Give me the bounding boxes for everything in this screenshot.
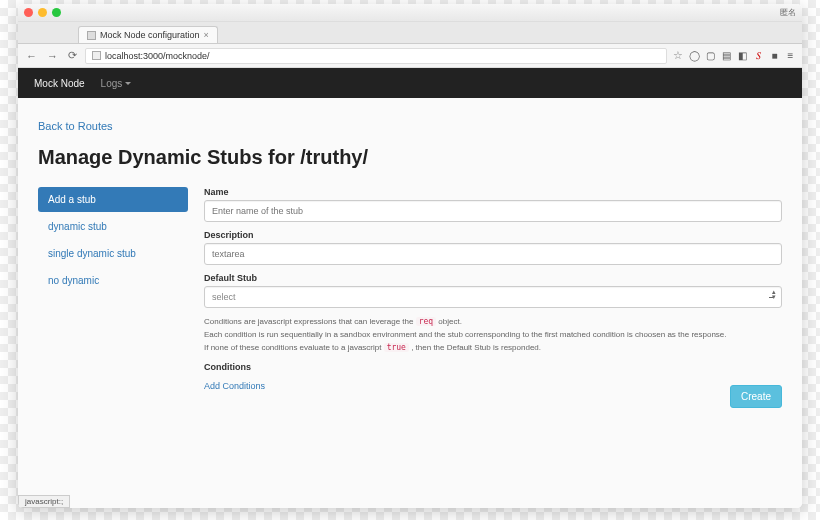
- sidebar-item-add-stub[interactable]: Add a stub: [38, 187, 188, 212]
- nav-logs-dropdown[interactable]: Logs: [101, 78, 132, 89]
- default-stub-label: Default Stub: [204, 273, 782, 283]
- default-stub-select[interactable]: select ▴▾: [204, 286, 782, 308]
- bookmark-star-icon[interactable]: ☆: [673, 49, 683, 62]
- reload-icon[interactable]: ⟳: [66, 49, 79, 62]
- extension-icons: ◯ ▢ ▤ ◧ 𝑆 ■ ≡: [689, 50, 796, 61]
- window-titlebar: 匿名: [18, 4, 802, 22]
- name-label: Name: [204, 187, 782, 197]
- code-true: true: [384, 343, 409, 352]
- select-arrows-icon: ▴▾: [772, 289, 776, 299]
- url-text: localhost:3000/mocknode/: [105, 51, 210, 61]
- create-button[interactable]: Create: [730, 385, 782, 408]
- help-text: Conditions are javascript expressions th…: [204, 316, 782, 354]
- brand-label[interactable]: Mock Node: [34, 78, 85, 89]
- browser-window: 匿名 Mock Node configuration × ← → ⟳ local…: [18, 4, 802, 508]
- description-input[interactable]: [204, 243, 782, 265]
- back-to-routes-link[interactable]: Back to Routes: [38, 120, 113, 132]
- close-tab-icon[interactable]: ×: [204, 30, 209, 40]
- form-panel: Name Description Default Stub select ▴▾ …: [204, 187, 782, 408]
- description-label: Description: [204, 230, 782, 240]
- back-icon[interactable]: ←: [24, 50, 39, 62]
- forward-icon[interactable]: →: [45, 50, 60, 62]
- tab-strip: Mock Node configuration ×: [18, 22, 802, 44]
- app-navbar: Mock Node Logs: [18, 68, 802, 98]
- page-content: Mock Node Logs Back to Routes Manage Dyn…: [18, 68, 802, 508]
- nav-logs-label: Logs: [101, 78, 123, 89]
- sidebar-item-single-dynamic[interactable]: single dynamic stub: [38, 241, 188, 266]
- maximize-window-button[interactable]: [52, 8, 61, 17]
- close-window-button[interactable]: [24, 8, 33, 17]
- sidebar: Add a stub dynamic stub single dynamic s…: [38, 187, 188, 408]
- site-info-icon[interactable]: [92, 51, 101, 60]
- address-bar: ← → ⟳ localhost:3000/mocknode/ ☆ ◯ ▢ ▤ ◧…: [18, 44, 802, 68]
- page-title: Manage Dynamic Stubs for /truthy/: [38, 146, 782, 169]
- code-req: req: [416, 317, 436, 326]
- favicon-icon: [87, 31, 96, 40]
- chevron-down-icon: [125, 82, 131, 85]
- sidebar-item-no-dynamic[interactable]: no dynamic: [38, 268, 188, 293]
- default-stub-value: select: [204, 286, 782, 308]
- sidebar-item-dynamic-stub[interactable]: dynamic stub: [38, 214, 188, 239]
- url-input[interactable]: localhost:3000/mocknode/: [85, 48, 667, 64]
- conditions-label: Conditions: [204, 362, 782, 372]
- status-bar: javascript:;: [18, 495, 70, 508]
- ext-icon-2[interactable]: ▢: [705, 50, 716, 61]
- ext-icon-3[interactable]: ▤: [721, 50, 732, 61]
- ext-icon-6[interactable]: ■: [769, 50, 780, 61]
- minimize-window-button[interactable]: [38, 8, 47, 17]
- browser-tab[interactable]: Mock Node configuration ×: [78, 26, 218, 43]
- tab-title: Mock Node configuration: [100, 30, 200, 40]
- ext-icon-4[interactable]: ◧: [737, 50, 748, 61]
- traffic-lights: [24, 8, 61, 17]
- ext-icon-5[interactable]: 𝑆: [753, 50, 764, 61]
- menu-icon[interactable]: ≡: [785, 50, 796, 61]
- ext-icon-1[interactable]: ◯: [689, 50, 700, 61]
- add-conditions-link[interactable]: Add Conditions: [204, 381, 265, 391]
- titlebar-badge: 匿名: [780, 7, 796, 18]
- name-input[interactable]: [204, 200, 782, 222]
